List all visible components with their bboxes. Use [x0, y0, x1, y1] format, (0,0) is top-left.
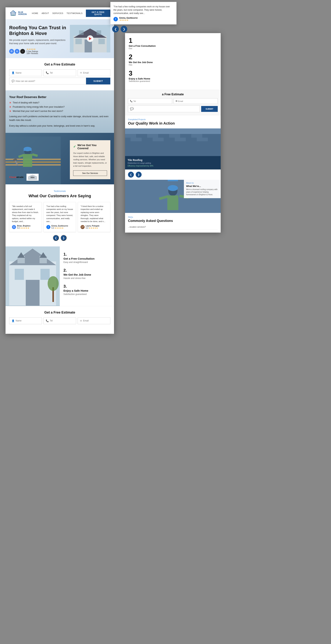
- check-dark-text: atrade: [16, 176, 23, 178]
- tile-roofing-badge: Efficiency Improvement by 30%: [128, 165, 218, 167]
- rating-stars: ★★★★★: [26, 48, 38, 50]
- about-title: What We're...: [186, 185, 219, 188]
- scrolled-step-2-title: We Get the Job Done: [129, 61, 217, 64]
- svg-rect-55: [208, 138, 219, 141]
- svg-rect-7: [75, 39, 82, 44]
- bottom-tel-input[interactable]: [50, 320, 74, 322]
- hero-text: Roofing You Can Trust in Brighton & Hove…: [9, 25, 66, 54]
- bottom-name-input[interactable]: [16, 320, 39, 322]
- scrolled-form-row: 📞 ✉: [128, 98, 218, 104]
- tile-roofing-card: Tile Roofing Distinctive & Long-Lasting …: [125, 156, 221, 170]
- see-services-button[interactable]: See Our Services: [73, 170, 107, 176]
- scrolled-form: a Free Estimate 📞 ✉ 💬 SUBMIT: [125, 90, 221, 115]
- author-name-1: Brian, Brighton: [17, 225, 30, 227]
- submit-button[interactable]: SUBMIT: [86, 78, 110, 84]
- nav-services[interactable]: SERVICES: [52, 12, 63, 14]
- scrolled-email-input[interactable]: [178, 100, 216, 102]
- testimonial-author-2: f Emma, Eastbourne 5.0 ★★★★★: [46, 225, 73, 229]
- nav-about[interactable]: ABOUT: [41, 12, 49, 14]
- check-red-text: Check: [9, 176, 16, 178]
- main-site: BLUE HORIZON HOME ABOUT SERVICES TESTIMO…: [5, 7, 114, 334]
- check-icon: ✓: [73, 144, 76, 149]
- email-input[interactable]: [83, 72, 108, 74]
- tel-input[interactable]: [50, 72, 74, 74]
- hero-video-thumbnail[interactable]: [70, 25, 110, 52]
- testimonials-nav: ❮ ❯: [9, 235, 110, 241]
- problems-content: Your Roof Deserves Better ✕ Tired of dea…: [9, 96, 110, 128]
- play-icon: [89, 37, 92, 40]
- scrolled-submit-button[interactable]: SUBMIT: [201, 106, 218, 112]
- textarea-row: 💬 SUBMIT: [9, 78, 110, 84]
- svg-rect-52: [175, 138, 186, 141]
- testimonial-card-2: "I've had a few roofing companies work o…: [43, 202, 76, 232]
- x-icon-3: ✕: [9, 110, 11, 112]
- how-section: 1. Get a Free Consultation Easy and stra…: [5, 246, 114, 306]
- popup-stars: ★★★★★: [119, 19, 138, 21]
- rating-logos: G G ○: [9, 49, 25, 54]
- scrolled-tel-input[interactable]: [133, 100, 170, 102]
- svg-rect-13: [5, 161, 61, 163]
- about-image: About Us What We're... We're a licensed …: [125, 180, 221, 213]
- svg-rect-60: [167, 196, 178, 210]
- bottom-email-wrapper: ✉: [78, 318, 110, 324]
- play-button[interactable]: [87, 35, 93, 42]
- navbar: BLUE HORIZON HOME ABOUT SERVICES TESTIMO…: [5, 7, 114, 19]
- step-2: 2. We Get the Job Done Hassle and stress…: [63, 268, 110, 280]
- testimonial-text-3: "I hired them for a routine inspection a…: [80, 205, 108, 223]
- popup-next-button[interactable]: ❯: [121, 26, 127, 32]
- bottom-email-input[interactable]: [83, 320, 108, 322]
- logo[interactable]: BLUE HORIZON: [9, 10, 32, 16]
- svg-rect-48: [131, 138, 142, 141]
- stars-2: ★★★★★: [54, 227, 64, 229]
- stars-1: ★★★★★: [20, 227, 29, 229]
- svg-point-58: [168, 185, 178, 191]
- message-input[interactable]: [16, 80, 84, 82]
- user-icon: 👤: [11, 72, 14, 74]
- svg-rect-44: [169, 134, 180, 138]
- prev-testimonial-button[interactable]: ❮: [53, 235, 59, 241]
- svg-rect-10: [96, 30, 101, 35]
- step-3: 3. Enjoy a Safe Home Satisfaction guaran…: [63, 284, 110, 296]
- bottom-phone-icon: 📞: [46, 320, 49, 322]
- nav-cta-button[interactable]: GET A FREE QUOTE: [86, 10, 110, 17]
- popup-testimonial-author: f Emma, Eastbourne ★★★★★: [113, 17, 173, 21]
- svg-rect-59: [168, 180, 178, 181]
- bottom-name-wrapper: 👤: [9, 318, 42, 324]
- faq-tag: FAQs: [128, 216, 218, 218]
- name-input[interactable]: [16, 72, 39, 74]
- form-row-1: 👤 📞 ✉: [9, 69, 110, 76]
- quality-image: [125, 128, 221, 156]
- scrolled-step-2-sub: Has: [129, 64, 217, 66]
- testimonial-text-1: "We needed a full roof replacement, and …: [12, 205, 39, 223]
- scrolled-step-1-title: Get a Free Consultation: [129, 44, 217, 47]
- problem-text-3: Worried that your roof won't survive the…: [13, 110, 63, 112]
- svg-rect-9: [79, 30, 84, 35]
- svg-rect-50: [153, 138, 164, 141]
- svg-rect-14: [5, 164, 61, 166]
- nav-testimonials[interactable]: TESTIMONIALS: [66, 12, 83, 14]
- quality-prev-button[interactable]: ❮: [128, 172, 134, 178]
- google-icon: G: [9, 49, 14, 54]
- testimonial-card-3: "I hired them for a routine inspection a…: [78, 202, 110, 232]
- email-input-wrapper: ✉: [78, 69, 110, 76]
- scrolled-step-1-sub: Eas: [129, 47, 217, 50]
- next-testimonial-button[interactable]: ❯: [61, 235, 66, 241]
- google2-icon: G: [15, 49, 19, 54]
- how-steps: 1. Get a Free Consultation Easy and stra…: [60, 246, 114, 306]
- nav-home[interactable]: HOME: [32, 12, 38, 14]
- svg-rect-30: [40, 269, 50, 280]
- svg-rect-54: [197, 138, 208, 141]
- popup-author-info: Emma, Eastbourne ★★★★★: [119, 17, 138, 21]
- problems-desc-2: Every day without a solution puts your h…: [9, 124, 110, 128]
- scrolled-step-3-title: Enjoy a Safe Home: [129, 77, 217, 80]
- testimonial-card-1: "We needed a full roof replacement, and …: [9, 202, 42, 232]
- author-info-1: Brian, Brighton 5.0 ★★★★★: [17, 225, 30, 229]
- scrolled-site-panel: 1 Get a Free Consultation Eas 2 We Get t…: [125, 33, 221, 232]
- step-3-num: 3.: [63, 284, 110, 289]
- popup-prev-button[interactable]: ❮: [112, 26, 119, 32]
- quality-next-button[interactable]: ❯: [136, 172, 142, 178]
- author-name-3: Laura, Polegate: [86, 225, 99, 227]
- covered-title: We've Got You Covered: [77, 144, 107, 150]
- email-icon: ✉: [80, 72, 82, 74]
- quality-section: Completed Projects Our Quality Work in A…: [125, 115, 221, 128]
